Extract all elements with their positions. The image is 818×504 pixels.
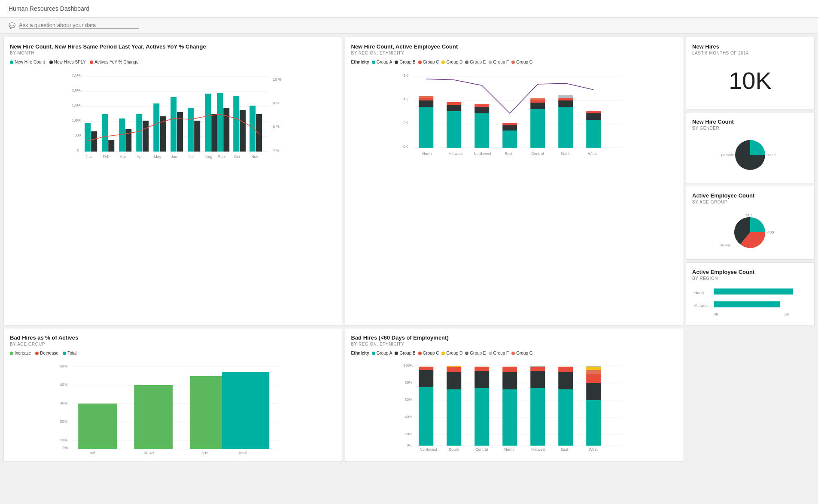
svg-text:Jul: Jul — [189, 155, 194, 159]
qa-input[interactable] — [19, 22, 139, 29]
active-employee-age-card: Active Employee Count BY AGE GROUP 50+ <… — [686, 186, 815, 260]
svg-text:10%: 10% — [60, 438, 67, 442]
svg-text:0: 0 — [77, 148, 79, 152]
svg-text:Northwest: Northwest — [474, 152, 491, 156]
svg-rect-65 — [474, 107, 489, 113]
svg-rect-73 — [530, 98, 545, 100]
svg-rect-24 — [153, 103, 159, 152]
svg-rect-151 — [586, 400, 601, 446]
svg-rect-131 — [419, 387, 433, 446]
svg-rect-111 — [78, 404, 117, 449]
svg-rect-68 — [502, 125, 517, 131]
active-employee-age-title: Active Employee Count — [692, 192, 808, 199]
svg-rect-28 — [188, 108, 194, 152]
svg-rect-76 — [558, 98, 573, 100]
legend-new-hire: New Hire Count — [10, 60, 45, 64]
svg-text:East: East — [505, 152, 513, 156]
qa-bar[interactable]: 💬 — [0, 18, 818, 33]
svg-rect-112 — [134, 385, 173, 449]
ethnicity-label: Ethnicity — [351, 60, 369, 64]
svg-rect-80 — [586, 111, 601, 113]
svg-rect-18 — [102, 114, 108, 152]
svg-text:500: 500 — [74, 133, 81, 137]
svg-text:6K: 6K — [403, 73, 408, 78]
svg-text:1,000: 1,000 — [72, 118, 82, 122]
bad-hires-percent-subtitle: BY AGE GROUP — [10, 342, 336, 346]
new-hires-total-title: New Hires — [692, 43, 808, 50]
svg-text:0%: 0% — [62, 446, 68, 450]
decrease-label: Decrease — [40, 351, 58, 355]
bad-hires-days-subtitle: BY REGION, ETHNICITY — [351, 342, 677, 346]
svg-text:South: South — [560, 152, 571, 156]
bad-hires-percent-chart: 50% 40% 30% 20% 10% 0% <30 30-49 50+ — [10, 359, 336, 453]
svg-rect-63 — [447, 102, 461, 105]
svg-text:West: West — [589, 447, 598, 452]
new-hire-count-title: New Hire Count, New Hires Same Period La… — [10, 43, 336, 50]
svg-text:South: South — [449, 447, 459, 452]
bad-hires-percent-title: Bad Hires as % of Actives — [10, 334, 336, 341]
legend-yoy: Actives YoY % Change — [90, 60, 138, 64]
svg-rect-29 — [194, 121, 200, 152]
svg-rect-143 — [502, 367, 517, 372]
svg-rect-153 — [586, 374, 601, 383]
svg-text:Apr: Apr — [137, 155, 143, 159]
gender-pie-chart: Female Male — [716, 136, 785, 174]
active-employee-age-subtitle: BY AGE GROUP — [692, 200, 808, 204]
svg-text:0K: 0K — [403, 144, 408, 149]
svg-rect-145 — [530, 371, 545, 388]
svg-text:30%: 30% — [60, 401, 67, 405]
svg-rect-148 — [558, 389, 573, 446]
region-bar-chart: North Midwest 0K 5K — [692, 283, 808, 318]
svg-rect-155 — [586, 367, 601, 370]
svg-rect-19 — [108, 140, 114, 152]
svg-text:2,000: 2,000 — [72, 88, 82, 92]
svg-rect-149 — [558, 372, 573, 389]
svg-text:80%: 80% — [404, 380, 412, 385]
svg-text:2K: 2K — [403, 121, 408, 125]
svg-text:Midwest: Midwest — [531, 447, 546, 452]
svg-text:Midwest: Midwest — [694, 304, 709, 308]
bad-hires-days-title: Bad Hires (<60 Days of Employment) — [351, 334, 677, 341]
svg-text:North: North — [694, 291, 704, 295]
svg-rect-61 — [447, 111, 461, 148]
svg-rect-66 — [474, 104, 489, 107]
svg-rect-36 — [249, 106, 255, 152]
svg-rect-62 — [447, 105, 461, 111]
svg-rect-72 — [530, 100, 545, 103]
active-employee-region-subtitle: BY REGION, ETHNICITY — [351, 51, 677, 55]
svg-rect-67 — [502, 131, 517, 148]
svg-text:Oct: Oct — [234, 155, 240, 159]
svg-text:Jan: Jan — [85, 155, 92, 159]
new-hires-big-number: 10K — [692, 58, 808, 103]
svg-rect-20 — [119, 118, 125, 152]
svg-text:0K: 0K — [714, 312, 718, 316]
bad-hires-days-chart: 100% 80% 60% 40% 20% 0% — [351, 357, 677, 454]
svg-text:Mar: Mar — [119, 155, 126, 159]
svg-text:Female: Female — [721, 153, 734, 157]
svg-text:<30: <30 — [767, 230, 774, 234]
new-hire-legend: New Hire Count New Hires SPLY Actives Yo… — [10, 60, 336, 64]
svg-text:6 %: 6 % — [273, 124, 280, 129]
svg-text:50+: 50+ — [201, 451, 208, 455]
ethnicity-label2: Ethnicity — [351, 351, 369, 355]
svg-text:Feb: Feb — [103, 155, 109, 159]
new-hire-gender-card: New Hire Count BY GENDER Female Male — [686, 112, 815, 183]
svg-rect-139 — [474, 371, 489, 388]
svg-text:20%: 20% — [60, 419, 67, 424]
dashboard: New Hire Count, New Hires Same Period La… — [0, 33, 818, 465]
age-group-pie-chart: 50+ <30 30-49 — [716, 209, 785, 252]
svg-rect-35 — [240, 110, 246, 152]
svg-text:40%: 40% — [60, 383, 67, 387]
svg-rect-30 — [205, 94, 211, 152]
svg-text:Nov: Nov — [251, 155, 258, 159]
svg-text:10 %: 10 % — [273, 77, 282, 82]
svg-rect-75 — [558, 100, 573, 107]
svg-rect-144 — [530, 388, 545, 446]
svg-rect-71 — [530, 103, 545, 109]
svg-text:4K: 4K — [403, 97, 408, 101]
svg-rect-78 — [586, 120, 601, 148]
svg-text:West: West — [588, 152, 597, 156]
svg-rect-59 — [419, 98, 433, 100]
svg-text:Central: Central — [475, 447, 488, 452]
svg-text:North: North — [504, 447, 514, 452]
